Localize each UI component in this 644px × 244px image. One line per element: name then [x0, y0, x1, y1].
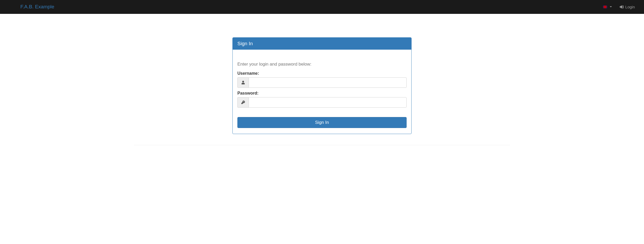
- key-icon: [241, 101, 245, 104]
- caret-down-icon: [610, 6, 612, 7]
- login-link[interactable]: Login: [616, 1, 639, 13]
- navbar: F.A.B. Example Login: [0, 0, 644, 14]
- login-wrap: Sign In Enter your login and password be…: [232, 37, 412, 134]
- brand-link[interactable]: F.A.B. Example: [5, 0, 58, 14]
- navbar-right: Login: [599, 1, 639, 13]
- signin-icon: [620, 5, 624, 9]
- panel-title: Sign In: [233, 38, 411, 50]
- help-text: Enter your login and password below:: [237, 62, 407, 67]
- username-input[interactable]: [249, 77, 407, 88]
- login-link-label: Login: [625, 5, 635, 9]
- username-input-group: [237, 77, 407, 88]
- password-input[interactable]: [249, 97, 407, 108]
- username-label: Username:: [237, 71, 407, 76]
- key-icon-addon: [237, 97, 249, 108]
- main-container: Sign In Enter your login and password be…: [130, 37, 514, 145]
- username-group: Username:: [237, 71, 407, 88]
- flag-icon: [603, 5, 607, 8]
- user-icon: [241, 81, 245, 84]
- signin-button[interactable]: Sign In: [237, 117, 407, 128]
- panel-body: Enter your login and password below: Use…: [233, 50, 411, 134]
- password-input-group: [237, 97, 407, 108]
- user-icon-addon: [237, 77, 249, 88]
- signin-panel: Sign In Enter your login and password be…: [232, 37, 412, 134]
- language-dropdown[interactable]: [599, 2, 616, 12]
- footer-divider: [134, 145, 510, 145]
- password-label: Password:: [237, 91, 407, 96]
- password-group: Password:: [237, 91, 407, 108]
